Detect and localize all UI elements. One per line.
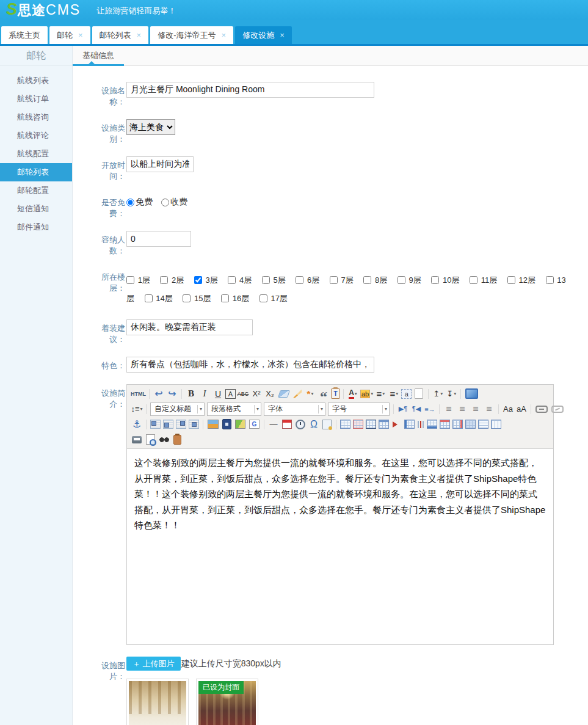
split-cols-icon[interactable]: ▾ [491,420,501,429]
paste-icon[interactable]: ▾ [173,435,181,445]
tab-cruise[interactable]: 邮轮 × [49,26,90,44]
highlight-color-button[interactable]: ab▾ [360,388,373,400]
floor-checkbox[interactable] [507,276,515,284]
sidebar-item-sms-notice[interactable]: 短信通知 [0,200,72,218]
row-spacing-top-button[interactable]: ↥▾ [432,388,444,400]
snap-screen-icon[interactable]: ▾ [322,420,332,429]
preview-icon[interactable]: ▾ [146,434,155,445]
delete-table-icon[interactable]: ▾ [353,420,363,429]
sidebar-item-route-orders[interactable]: 航线订单 [0,90,72,108]
floor-checkbox[interactable] [221,294,229,302]
special-chars-button[interactable]: Ω▾ [308,418,320,431]
baidu-map-icon[interactable]: ▾ [235,420,245,429]
paste-plain-icon[interactable]: T▾ [331,388,340,399]
font-size-select[interactable]: 字号▾ [328,403,390,416]
align-justify-button[interactable]: ≡▾ [483,403,495,415]
floor-checkbox[interactable] [160,276,168,284]
lowercase-button[interactable]: aA▾ [515,403,528,415]
indent-button[interactable]: ≡→▾ [424,403,436,415]
sidebar-item-email-notice[interactable]: 邮件通知 [0,218,72,236]
custom-title-select[interactable]: 自定义标题▾ [150,403,205,416]
tab-edit-facility[interactable]: 修改设施 × [235,26,292,44]
sidebar-item-route-config[interactable]: 航线配置 [0,145,72,163]
delete-col-icon[interactable]: ▾ [452,420,463,429]
close-icon[interactable]: × [137,31,142,40]
link-icon[interactable]: ▾ [535,406,548,413]
auto-typeset-icon[interactable]: *▾ [304,388,316,400]
floor-checkbox[interactable] [228,276,236,284]
font-color-button[interactable]: A▾ [347,388,359,400]
floor-checkbox[interactable] [194,276,202,284]
insert-time-icon[interactable]: ▾ [296,420,305,429]
image-float-none-icon[interactable]: ▾ [150,420,161,429]
underline-button[interactable]: U▾ [212,388,224,400]
floor-checkbox[interactable] [145,294,153,302]
close-icon[interactable]: × [280,31,285,40]
tab-system-home[interactable]: 系统主页 × [1,26,48,44]
merge-cells-icon[interactable]: ▾ [465,420,476,429]
format-painter-icon[interactable]: ▾ [293,390,302,398]
sidebar-item-cruise-config[interactable]: 邮轮配置 [0,181,72,200]
row-spacing-bottom-button[interactable]: ↧▾ [445,388,457,400]
cell-props-icon[interactable]: ▾ [379,420,389,429]
sidebar-item-route-list[interactable]: 航线列表 [0,71,72,90]
table-props-icon[interactable]: ▾ [366,420,376,429]
insert-date-icon[interactable]: ▾ [282,420,292,429]
clear-doc-icon[interactable]: ▾ [415,388,423,399]
delete-row-icon[interactable]: ▾ [440,420,450,429]
insert-video-icon[interactable]: ▾ [222,419,231,429]
print-icon[interactable]: ▾ [132,436,142,443]
capacity-input[interactable] [126,231,191,247]
image-float-left-icon[interactable]: ▾ [163,420,173,429]
floor-checkbox[interactable] [296,276,303,284]
open-time-input[interactable] [126,156,194,172]
ordered-list-button[interactable]: ≡▾ [374,388,387,400]
google-map-icon[interactable]: G▾ [249,420,260,429]
font-family-select[interactable]: 字体▾ [264,403,325,416]
unlink-icon[interactable]: ▾ [551,406,564,413]
insert-col-icon[interactable]: ▾ [404,420,415,429]
is-free-option[interactable]: 免费 [126,197,153,208]
floor-checkbox[interactable] [126,276,134,284]
editor-content[interactable]: 这个装修别致的两层主餐厅为您提供一流的就餐环境和服务。在这里，您可以选择不同的菜… [127,449,553,644]
anchor-style-button[interactable]: a▾ [401,389,412,399]
split-rows-icon[interactable]: ▾ [478,420,488,429]
floor-checkbox[interactable] [183,294,191,302]
close-icon[interactable]: × [78,31,83,40]
image-float-right-icon[interactable]: ▾ [176,420,186,429]
fullscreen-icon[interactable]: ▾ [465,388,478,399]
strikethrough-button[interactable]: ABC▾ [237,388,249,400]
floor-checkbox[interactable] [431,276,439,284]
sidebar-item-cruise-list[interactable]: 邮轮列表 [0,163,72,181]
paragraph-format-select[interactable]: 段落格式▾ [207,403,261,416]
align-right-button[interactable]: ≡▾ [470,403,482,415]
direction-ltr-button[interactable]: ▶¶▾ [397,403,409,415]
features-input[interactable] [126,357,374,373]
bold-button[interactable]: B▾ [185,388,197,400]
italic-button[interactable]: I▾ [198,388,211,400]
align-center-button[interactable]: ≡▾ [456,403,468,415]
upload-image-button[interactable]: ＋ 上传图片 [126,657,181,671]
facility-name-input[interactable] [126,82,374,98]
floor-checkbox[interactable] [260,294,267,302]
merge-right-icon[interactable]: ▾ [393,421,401,428]
tab-cruise-list[interactable]: 邮轮列表 × [92,26,149,44]
is-free-option[interactable]: 收费 [161,197,187,208]
sidebar-item-route-comments[interactable]: 航线评论 [0,126,72,145]
floor-checkbox[interactable] [546,276,554,284]
image-center-icon[interactable]: ▾ [189,420,199,429]
insert-image-icon[interactable]: ▾ [208,420,219,429]
insert-row-icon[interactable]: ▾ [427,420,437,429]
font-border-button[interactable]: A▾ [225,389,236,399]
direction-rtl-button[interactable]: ¶◀▾ [410,403,423,415]
line-height-button[interactable]: ↕≡▾ [131,403,143,415]
dress-advice-input[interactable] [126,319,253,335]
blockquote-icon[interactable]: “▾ [318,385,330,403]
floor-checkbox[interactable] [363,276,371,284]
close-icon[interactable]: × [222,31,227,40]
search-replace-icon[interactable]: ▾ [159,437,169,443]
floor-checkbox[interactable] [262,276,270,284]
remove-format-icon[interactable]: ▾ [278,390,290,398]
is-free-radio[interactable] [161,199,169,206]
insert-table-icon[interactable]: ▾ [340,420,350,429]
